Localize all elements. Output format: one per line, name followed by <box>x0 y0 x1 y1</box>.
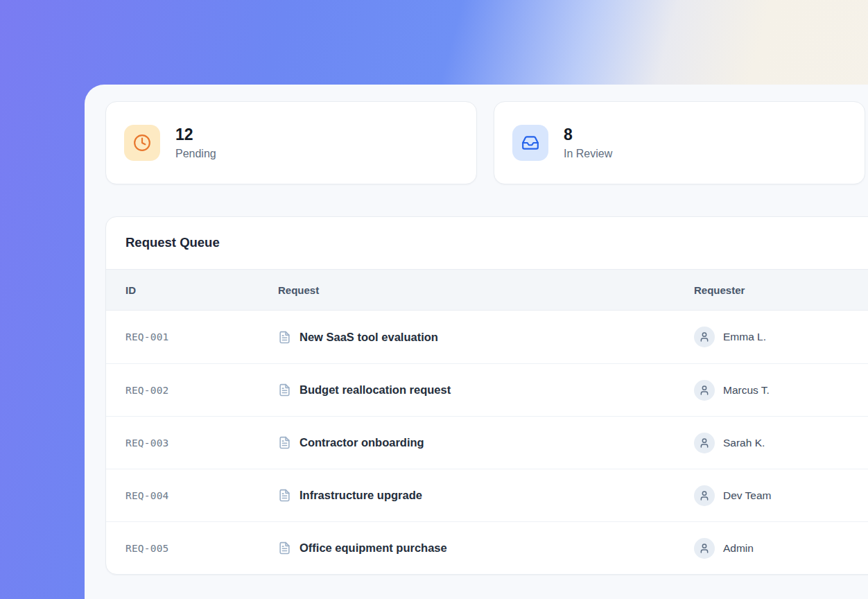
stat-label-pending: Pending <box>175 148 216 160</box>
table-row[interactable]: REQ-004 Infrastructure upgrade <box>106 469 868 521</box>
stat-value-pending: 12 <box>175 125 216 144</box>
file-text-icon <box>278 331 291 344</box>
file-text-icon <box>278 541 291 555</box>
inbox-icon <box>512 125 548 161</box>
request-title: Budget reallocation request <box>300 383 451 397</box>
avatar <box>694 327 715 347</box>
table-header-row: ID Request Requester <box>106 269 868 311</box>
row-id: REQ-001 <box>125 331 278 342</box>
stats-row: 12 Pending 8 In Review <box>105 101 868 184</box>
avatar <box>694 380 715 401</box>
row-id: REQ-003 <box>125 437 278 449</box>
stat-label-in-review: In Review <box>564 148 612 160</box>
column-header-request: Request <box>278 284 694 296</box>
app-background: { "stats": [ { "value": "12", "label": "… <box>0 0 868 599</box>
main-panel: 12 Pending 8 In Review Request Queue ID … <box>85 85 868 599</box>
stat-card-in-review: 8 In Review <box>494 101 865 184</box>
requester-name: Marcus T. <box>723 384 770 397</box>
requester-name: Dev Team <box>723 489 772 502</box>
requester-name: Emma L. <box>723 331 766 343</box>
column-header-id: ID <box>125 284 278 296</box>
table-row[interactable]: REQ-001 New SaaS tool evaluation <box>106 311 868 363</box>
requester-name: Admin <box>723 542 754 555</box>
avatar <box>694 485 715 506</box>
table-row[interactable]: REQ-005 Office equipment purchase <box>106 521 868 574</box>
clock-icon <box>124 125 160 161</box>
avatar <box>694 433 715 453</box>
request-title: New SaaS tool evaluation <box>300 331 438 344</box>
file-text-icon <box>278 436 291 449</box>
table-row[interactable]: REQ-003 Contractor onboarding <box>106 416 868 469</box>
avatar <box>694 538 715 559</box>
row-id: REQ-004 <box>125 490 278 501</box>
request-title: Contractor onboarding <box>300 436 424 449</box>
request-title: Office equipment purchase <box>300 541 447 555</box>
file-text-icon <box>278 383 291 397</box>
stat-value-in-review: 8 <box>564 125 612 144</box>
table-body: REQ-001 New SaaS tool evaluation <box>106 311 868 574</box>
stat-card-pending: 12 Pending <box>105 101 477 184</box>
request-title: Infrastructure upgrade <box>300 489 422 502</box>
column-header-requester: Requester <box>694 284 868 296</box>
row-id: REQ-002 <box>125 385 278 396</box>
table-row[interactable]: REQ-002 Budget reallocation request <box>106 363 868 416</box>
row-id: REQ-005 <box>125 543 278 554</box>
request-queue-card: Request Queue ID Request Requester REQ-0… <box>105 216 868 575</box>
requester-name: Sarah K. <box>723 437 765 449</box>
file-text-icon <box>278 489 291 502</box>
card-title: Request Queue <box>106 217 868 269</box>
